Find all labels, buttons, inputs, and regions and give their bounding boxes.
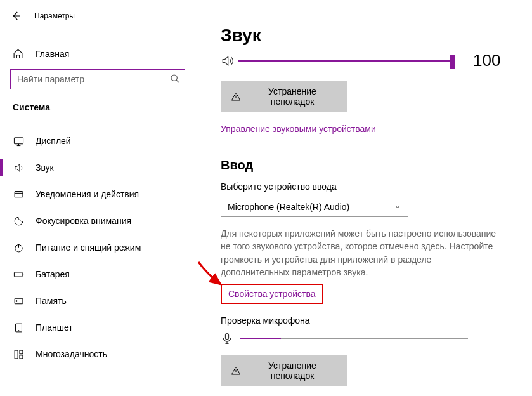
nav-item-power[interactable]: Питание и спящий режим xyxy=(0,234,195,261)
storage-icon xyxy=(13,295,24,307)
app-title: Параметры xyxy=(34,11,75,20)
warning-icon xyxy=(231,91,241,102)
tablet-icon xyxy=(13,322,24,333)
search-icon xyxy=(170,74,180,84)
sound-icon xyxy=(13,162,24,173)
nav-item-label: Батарея xyxy=(36,269,70,279)
nav-item-multitask[interactable]: Многозадачность xyxy=(0,341,195,367)
nav-item-label: Звук xyxy=(36,162,54,173)
troubleshoot-input-button[interactable]: Устранение неполадок xyxy=(221,355,347,386)
nav-item-label: Планшет xyxy=(36,322,73,333)
home-icon xyxy=(13,48,24,59)
nav-item-label: Питание и спящий режим xyxy=(36,242,141,253)
mic-test-label: Проверка микрофона xyxy=(221,315,507,326)
troubleshoot-label: Устранение неполадок xyxy=(247,86,337,107)
chevron-down-icon xyxy=(394,203,401,211)
volume-value: 100 xyxy=(473,51,500,70)
device-properties-link[interactable]: Свойства устройства xyxy=(221,284,323,304)
focus-icon xyxy=(13,215,24,227)
svg-rect-10 xyxy=(19,355,22,358)
nav-item-label: Память xyxy=(36,296,67,306)
warning-icon xyxy=(231,366,241,376)
nav-item-storage[interactable]: Память xyxy=(0,287,195,314)
nav-item-label: Дисплей xyxy=(36,136,71,146)
nav-item-label: Фокусировка внимания xyxy=(36,216,131,226)
svg-rect-11 xyxy=(226,334,229,340)
notifications-icon xyxy=(13,188,24,200)
svg-rect-8 xyxy=(15,350,18,359)
svg-rect-2 xyxy=(15,191,23,197)
multitask-icon xyxy=(13,348,24,360)
input-help-text: Для некоторых приложений может быть наст… xyxy=(221,227,500,279)
svg-rect-4 xyxy=(14,272,22,276)
input-heading: Ввод xyxy=(221,158,507,173)
nav-item-label: Уведомления и действия xyxy=(36,189,139,199)
display-icon xyxy=(13,135,24,147)
svg-point-0 xyxy=(171,75,177,81)
troubleshoot-output-button[interactable]: Устранение неполадок xyxy=(221,81,347,112)
nav-home[interactable]: Главная xyxy=(0,42,195,65)
page-heading: Звук xyxy=(221,25,507,46)
mic-level-meter xyxy=(240,338,468,339)
svg-point-6 xyxy=(15,300,16,301)
svg-rect-1 xyxy=(14,137,23,143)
speaker-icon xyxy=(221,55,233,67)
back-icon[interactable] xyxy=(10,10,22,22)
section-label: Система xyxy=(0,89,195,117)
svg-rect-9 xyxy=(19,350,22,354)
input-select-label: Выберите устройство ввода xyxy=(221,182,507,192)
nav-item-focus[interactable]: Фокусировка внимания xyxy=(0,208,195,234)
nav-item-label: Многозадачность xyxy=(36,349,107,359)
manage-sound-devices-link[interactable]: Управление звуковыми устройствами xyxy=(221,124,376,134)
input-device-combobox[interactable]: Microphone (Realtek(R) Audio) xyxy=(221,197,408,217)
nav-item-notifications[interactable]: Уведомления и действия xyxy=(0,181,195,208)
nav-item-display[interactable]: Дисплей xyxy=(0,128,195,154)
battery-icon xyxy=(13,268,24,280)
volume-slider[interactable] xyxy=(221,53,455,69)
nav-item-battery[interactable]: Батарея xyxy=(0,261,195,287)
search-input[interactable] xyxy=(10,69,185,89)
troubleshoot-label: Устранение неполадок xyxy=(247,360,337,381)
power-icon xyxy=(13,242,24,253)
nav-home-label: Главная xyxy=(36,49,69,59)
nav-item-tablet[interactable]: Планшет xyxy=(0,314,195,341)
nav-item-sound[interactable]: Звук xyxy=(0,154,195,181)
input-device-value: Microphone (Realtek(R) Audio) xyxy=(228,202,349,212)
microphone-icon xyxy=(221,332,233,345)
